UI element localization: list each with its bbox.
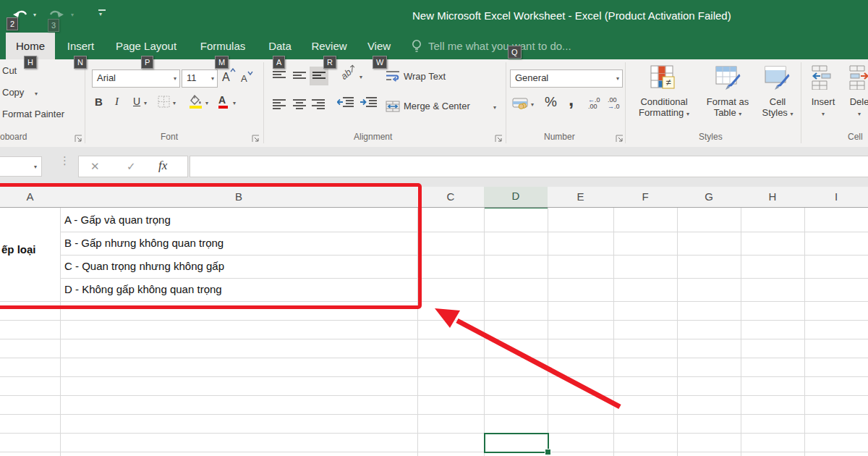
gridline	[0, 452, 868, 452]
ribbon-tab-bar: Home Insert Page Layout Formulas Data Re…	[0, 33, 868, 59]
keytip-view: W	[373, 56, 387, 69]
name-box-caret-icon[interactable]: ▾	[34, 164, 37, 170]
delete-cells-icon	[849, 65, 868, 93]
column-header-g[interactable]: G	[677, 187, 741, 207]
cell-styles-button[interactable]: Cell Styles ▾	[758, 96, 797, 118]
underline-dropdown-icon[interactable]: ▾	[144, 100, 147, 106]
align-center-button[interactable]	[291, 97, 308, 114]
number-format-combo[interactable]: General ▾	[510, 69, 623, 88]
insert-cells-icon	[812, 65, 836, 93]
formula-bar: ▾ ⋮ ✕ ✓ fx	[0, 147, 868, 187]
column-header-h[interactable]: H	[741, 187, 805, 207]
column-header-c[interactable]: C	[417, 187, 485, 207]
column-header-f[interactable]: F	[613, 187, 678, 207]
svg-text:≠: ≠	[665, 77, 671, 88]
font-size-value: 11	[187, 72, 197, 83]
tell-me-box[interactable]: Tell me what you want to do...	[428, 33, 571, 59]
gridline	[0, 358, 868, 358]
format-as-table-button[interactable]: Format as Table ▾	[700, 96, 755, 118]
merge-center-dropdown-icon[interactable]: ▾	[493, 104, 496, 111]
font-name-caret-icon[interactable]: ▾	[174, 75, 176, 82]
increase-indent-button[interactable]	[360, 97, 378, 110]
clipboard-group-label: oboard	[0, 132, 27, 142]
font-color-dropdown-icon[interactable]: ▾	[233, 100, 236, 106]
redo-dropdown-icon[interactable]: ▾	[71, 12, 74, 18]
percent-style-button[interactable]: %	[545, 94, 557, 110]
orientation-dropdown-icon[interactable]: ▾	[359, 74, 362, 80]
merge-center-button[interactable]: Merge & Center	[404, 101, 470, 111]
font-dialog-launcher-icon[interactable]	[252, 132, 260, 140]
keytip-page-layout: P	[141, 56, 153, 69]
decrease-decimal-button[interactable]: .00 →.0	[608, 97, 620, 110]
font-size-caret-icon[interactable]: ▾	[211, 75, 214, 82]
decrease-indent-button[interactable]	[337, 97, 354, 110]
font-color-icon[interactable]: A	[218, 94, 226, 106]
comma-style-button[interactable]: ,	[569, 88, 574, 111]
column-header-e[interactable]: E	[548, 187, 614, 207]
column-header-d[interactable]: D	[484, 187, 548, 208]
align-top-button[interactable]	[271, 68, 288, 85]
cancel-icon[interactable]: ✕	[90, 160, 100, 173]
enter-icon[interactable]: ✓	[127, 160, 136, 173]
merge-center-icon	[386, 101, 400, 115]
wrap-text-icon	[386, 70, 400, 85]
alignment-dialog-launcher-icon[interactable]	[495, 132, 503, 140]
formula-bar-resize-dots-icon[interactable]: ⋮	[59, 154, 70, 167]
borders-icon[interactable]	[158, 96, 170, 111]
formula-input[interactable]	[190, 156, 868, 177]
font-size-combo[interactable]: 11 ▾	[182, 69, 218, 88]
accounting-format-icon[interactable]	[512, 97, 528, 112]
conditional-formatting-button[interactable]: Conditional Formatting ▾	[629, 96, 699, 118]
italic-button[interactable]: I	[115, 96, 119, 108]
underline-button[interactable]: U	[133, 96, 140, 107]
bold-button[interactable]: B	[95, 96, 103, 108]
delete-cells-button[interactable]: Dele▾	[845, 96, 868, 118]
fill-color-icon[interactable]	[189, 94, 203, 111]
title-bar: ▾ ▾ ▾ New Microsoft Excel Worksheet - Ex…	[0, 0, 868, 33]
undo-dropdown-icon[interactable]: ▾	[33, 12, 36, 18]
keytip-insert: N	[74, 56, 87, 69]
orientation-button[interactable]: ab	[339, 62, 359, 82]
font-name-combo[interactable]: Arial ▾	[92, 69, 180, 88]
excel-window: ▾ ▾ ▾ New Microsoft Excel Worksheet - Ex…	[0, 0, 868, 456]
format-painter-button[interactable]: Format Painter	[2, 109, 64, 119]
clipboard-dialog-launcher-icon[interactable]	[75, 132, 82, 140]
align-left-button[interactable]	[271, 97, 288, 114]
increase-decimal-button[interactable]: ←.0 .00	[588, 97, 600, 110]
ribbon: Cut Copy ▾ Format Painter oboard Arial ▾…	[0, 59, 868, 148]
align-middle-button[interactable]	[291, 68, 308, 85]
insert-cells-button[interactable]: Insert▾	[804, 96, 842, 118]
copy-button[interactable]: Copy	[2, 87, 24, 98]
number-group-label: Number	[544, 132, 575, 142]
name-box[interactable]: ▾	[0, 156, 42, 177]
align-bottom-button[interactable]	[310, 67, 328, 85]
number-format-value: General	[515, 72, 548, 83]
column-header-i[interactable]: I	[804, 187, 868, 207]
gridline	[0, 395, 868, 396]
fill-handle[interactable]	[545, 449, 551, 455]
number-dialog-launcher-icon[interactable]	[616, 132, 624, 140]
decrease-font-size-button[interactable]: A	[241, 70, 253, 84]
gridline	[677, 208, 678, 456]
align-right-button[interactable]	[310, 97, 327, 114]
fill-color-dropdown-icon[interactable]: ▾	[205, 100, 208, 106]
format-as-table-icon	[715, 65, 742, 94]
accounting-dropdown-icon[interactable]: ▾	[531, 101, 534, 108]
keytip-undo: 2	[7, 17, 18, 30]
increase-font-size-button[interactable]: A	[222, 68, 236, 84]
customize-qat-caret-icon[interactable]: ▾	[99, 11, 102, 17]
gridline	[741, 208, 741, 456]
copy-dropdown-icon[interactable]: ▾	[35, 90, 38, 97]
font-group-label: Font	[161, 132, 178, 142]
wrap-text-button[interactable]: Wrap Text	[404, 71, 446, 82]
active-cell-selection[interactable]	[484, 433, 549, 453]
group-separator	[506, 62, 506, 143]
number-format-caret-icon[interactable]: ▾	[616, 75, 619, 82]
font-name-value: Arial	[97, 72, 116, 83]
keytip-formulas: M	[215, 56, 229, 69]
keytip-home: H	[24, 56, 37, 69]
cut-button[interactable]: Cut	[2, 65, 17, 76]
borders-dropdown-icon[interactable]: ▾	[173, 100, 176, 106]
insert-function-button[interactable]: fx	[158, 159, 167, 173]
gridline	[0, 414, 868, 415]
